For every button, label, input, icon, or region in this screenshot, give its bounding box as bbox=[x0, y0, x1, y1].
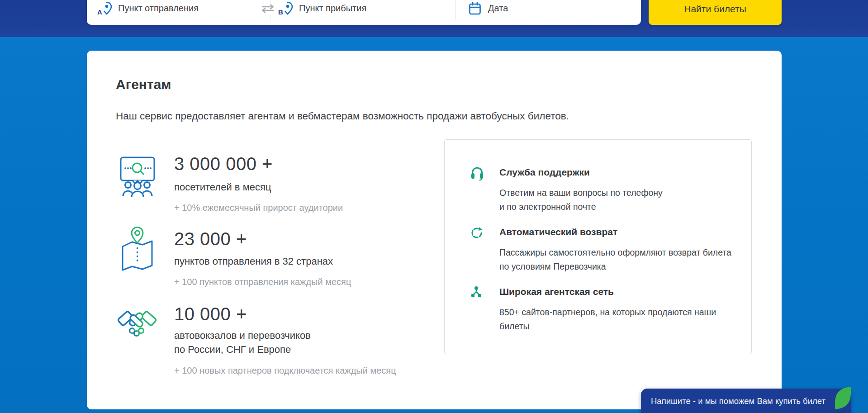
page-title: Агентам bbox=[116, 77, 171, 92]
swap-directions-button[interactable] bbox=[259, 3, 276, 14]
field-divider bbox=[455, 0, 456, 20]
stat-visitors-value: 3 000 000 + bbox=[174, 154, 273, 174]
feature-network-line2: билеты bbox=[499, 321, 530, 331]
stat-visitors-label: посетителей в месяц bbox=[174, 180, 271, 194]
departure-letter: A bbox=[97, 8, 102, 16]
arrival-pin-icon: B bbox=[278, 1, 293, 16]
departure-pin-icon: A bbox=[97, 1, 112, 16]
map-departures-icon bbox=[119, 226, 156, 274]
feature-refund-line2: по условиям Перевозчика bbox=[499, 261, 606, 271]
ticket-search-bar: A Пункт отправления B Пункт прибытия bbox=[87, 0, 641, 25]
feature-support-line2: и по электронной почте bbox=[499, 202, 596, 212]
stat-departures-value: 23 000 + bbox=[174, 229, 247, 249]
handshake-icon bbox=[116, 304, 158, 343]
visitors-icon bbox=[119, 156, 156, 199]
headset-icon bbox=[470, 166, 484, 182]
find-tickets-button[interactable]: Найти билеты bbox=[649, 0, 782, 25]
swap-arrows-icon bbox=[261, 4, 275, 13]
stat-partners-label-line2: по России, СНГ и Европе bbox=[174, 342, 311, 356]
intro-text: Наш сервис предоставляет агентам и вебма… bbox=[116, 110, 569, 122]
feature-refund-line1: Пассажиры самостоятельно оформляют возвр… bbox=[499, 247, 731, 257]
agent-network-icon bbox=[470, 286, 482, 300]
departure-placeholder: Пункт отправления bbox=[118, 3, 199, 14]
stat-partners-value: 10 000 + bbox=[174, 304, 247, 324]
feature-network-title: Широкая агентская сеть bbox=[499, 286, 735, 297]
arrival-placeholder: Пункт прибытия bbox=[299, 3, 366, 14]
departure-field[interactable]: A Пункт отправления bbox=[87, 0, 270, 25]
auto-refund-icon bbox=[470, 227, 483, 241]
stat-partners-label-line1: автовокзалов и перевозчиков bbox=[174, 328, 311, 342]
stat-departures-note: + 100 пунктов отправления каждый месяц bbox=[174, 277, 351, 287]
feature-network-line1: 850+ сайтов-партнеров, на которых продаю… bbox=[499, 307, 716, 317]
stat-partners-label: автовокзалов и перевозчиков по России, С… bbox=[174, 328, 311, 356]
agents-card: Агентам Наш сервис предоставляет агентам… bbox=[87, 51, 782, 409]
page: A Пункт отправления B Пункт прибытия bbox=[0, 0, 868, 413]
feature-network-text: 850+ сайтов-партнеров, на которых продаю… bbox=[499, 305, 735, 333]
feature-refund-text: Пассажиры самостоятельно оформляют возвр… bbox=[499, 246, 735, 274]
stat-visitors-note: + 10% ежемесячный прирост аудитории bbox=[174, 203, 343, 213]
stat-partners-note: + 100 новых партнеров подключается кажды… bbox=[174, 366, 396, 376]
feature-refund: Автоматический возврат Пассажиры самосто… bbox=[499, 227, 735, 274]
arrival-field[interactable]: B Пункт прибытия bbox=[270, 0, 455, 25]
feature-support-title: Служба поддержки bbox=[499, 167, 735, 178]
find-tickets-label: Найти билеты bbox=[684, 4, 746, 14]
calendar-icon bbox=[468, 1, 482, 16]
stat-departures-label: пунктов отправления в 32 странах bbox=[174, 254, 333, 268]
feature-support-text: Ответим на ваши вопросы по телефону и по… bbox=[499, 186, 735, 214]
date-field[interactable]: Дата bbox=[455, 0, 641, 25]
arrival-letter: B bbox=[278, 8, 283, 16]
feature-support-line1: Ответим на ваши вопросы по телефону bbox=[499, 188, 663, 198]
chat-widget[interactable]: Напишите - и мы поможем Вам купить билет bbox=[641, 389, 851, 413]
feature-support: Служба поддержки Ответим на ваши вопросы… bbox=[499, 167, 735, 214]
chat-message: Напишите - и мы поможем Вам купить билет bbox=[651, 396, 825, 406]
feature-refund-title: Автоматический возврат bbox=[499, 227, 735, 237]
leaf-icon bbox=[833, 386, 853, 412]
feature-network: Широкая агентская сеть 850+ сайтов-партн… bbox=[499, 286, 735, 333]
date-placeholder: Дата bbox=[488, 3, 508, 14]
features-panel: Служба поддержки Ответим на ваши вопросы… bbox=[444, 139, 752, 354]
